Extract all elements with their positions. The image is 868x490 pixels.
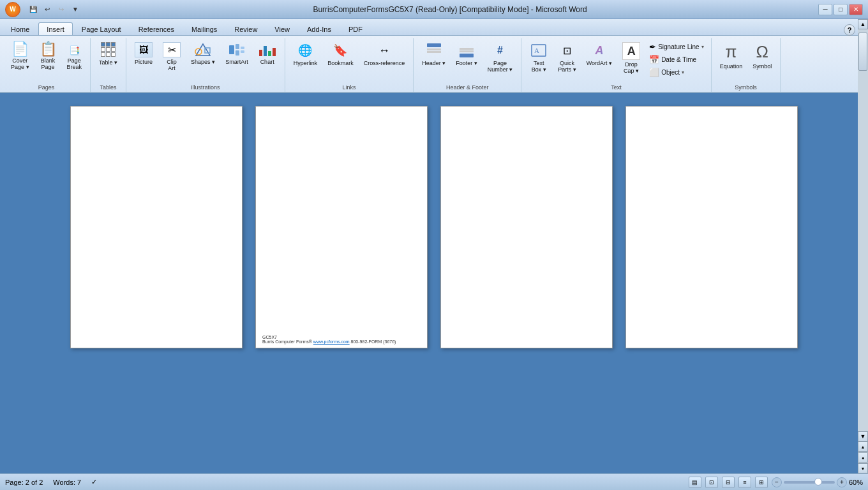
textbox-button[interactable]: A TextBox ▾ xyxy=(525,40,552,75)
save-qat-button[interactable]: 💾 xyxy=(27,4,40,15)
zoom-out-button[interactable]: − xyxy=(772,477,782,487)
object-icon: ⬜ xyxy=(649,68,659,77)
wordart-button[interactable]: A WordArt ▾ xyxy=(582,40,617,69)
help-button[interactable]: ? xyxy=(844,24,855,36)
tab-addins[interactable]: Add-Ins xyxy=(299,22,340,35)
page-break-icon: 📑 xyxy=(69,42,80,56)
clip-art-icon: ✂ xyxy=(163,42,181,57)
view-print-layout[interactable]: ▤ xyxy=(689,477,701,488)
cross-reference-button[interactable]: ↔ Cross-reference xyxy=(359,40,410,69)
zoom-percentage[interactable]: 60% xyxy=(849,479,863,486)
picture-button[interactable]: 🖼 Picture xyxy=(130,40,157,68)
hyperlink-icon: 🌐 xyxy=(296,42,315,59)
chart-label: Chart xyxy=(260,59,274,65)
proofing-icon[interactable]: ✓ xyxy=(91,478,97,486)
tab-view[interactable]: View xyxy=(266,22,298,35)
tab-pagelayout[interactable]: Page Layout xyxy=(73,22,130,35)
restore-button[interactable]: □ xyxy=(834,4,848,15)
ribbon-group-headerfooter: Header ▾ Footer ▾ # PageNumber ▾ Header … xyxy=(414,38,521,92)
date-time-icon: 📅 xyxy=(649,55,659,64)
footer-link[interactable]: www.pcforms.com xyxy=(313,339,350,344)
minimize-button[interactable]: ─ xyxy=(818,4,832,15)
drop-cap-button[interactable]: A DropCap ▾ xyxy=(618,40,645,77)
scroll-next-button[interactable]: ▼ xyxy=(858,463,868,473)
pages-buttons: 📄 CoverPage ▾ 📋 BlankPage 📑 PageBreak xyxy=(6,40,86,83)
table-icon xyxy=(101,42,116,57)
tab-review[interactable]: Review xyxy=(226,22,266,35)
page-break-button[interactable]: 📑 PageBreak xyxy=(63,40,87,73)
tab-insert[interactable]: Insert xyxy=(38,22,73,35)
undo-qat-button[interactable]: ↩ xyxy=(41,4,54,15)
svg-marker-0 xyxy=(196,44,210,56)
hyperlink-button[interactable]: 🌐 Hyperlink xyxy=(289,40,322,69)
scroll-controls: ▲ ● ▼ xyxy=(858,442,868,473)
page-number-button[interactable]: # PageNumber ▾ xyxy=(483,40,518,75)
scroll-track[interactable] xyxy=(858,29,868,431)
document-area: GC5X7 Burris Computer Forms® www.pcforms… xyxy=(0,93,868,473)
ribbon-group-pages: 📄 CoverPage ▾ 📋 BlankPage 📑 PageBreak Pa… xyxy=(3,38,91,92)
redo-qat-button[interactable]: ↪ xyxy=(55,4,68,15)
cover-page-button[interactable]: 📄 CoverPage ▾ xyxy=(6,40,34,73)
object-button[interactable]: ⬜ Object ▾ xyxy=(646,66,707,78)
view-web-layout[interactable]: ⊟ xyxy=(722,477,735,488)
status-bar: Page: 2 of 2 Words: 7 ✓ ▤ ⊡ ⊟ ≡ ⊞ − + 60… xyxy=(0,473,868,490)
table-button[interactable]: Table ▾ xyxy=(94,40,122,68)
wordart-icon: A xyxy=(590,42,608,59)
zoom-in-button[interactable]: + xyxy=(837,477,847,487)
footer-button[interactable]: Footer ▾ xyxy=(451,40,482,69)
ribbon-group-tables: Table ▾ Tables xyxy=(91,38,126,92)
footer-code: GC5X7 xyxy=(262,335,396,339)
scroll-down-button[interactable]: ▼ xyxy=(858,431,868,442)
symbol-button[interactable]: Ω Symbol xyxy=(748,40,776,72)
drop-cap-icon: A xyxy=(622,42,640,60)
tables-group-label: Tables xyxy=(100,83,117,92)
tables-buttons: Table ▾ xyxy=(94,40,122,83)
signature-line-button[interactable]: ✒ Signature Line ▾ xyxy=(646,41,707,53)
headerfooter-buttons: Header ▾ Footer ▾ # PageNumber ▾ xyxy=(417,40,517,83)
scrollbar: ▲ ▼ ▲ ● ▼ xyxy=(858,19,868,473)
page-3 xyxy=(440,106,613,348)
symbols-buttons: π Equation Ω Symbol xyxy=(715,40,777,83)
blank-page-button[interactable]: 📋 BlankPage xyxy=(35,40,61,73)
chart-button[interactable]: Chart xyxy=(254,40,281,68)
page-1 xyxy=(70,106,243,348)
equation-button[interactable]: π Equation xyxy=(715,40,747,72)
tab-mailings[interactable]: Mailings xyxy=(183,22,225,35)
zoom-controls: − + 60% xyxy=(772,477,863,487)
tab-pdf[interactable]: PDF xyxy=(340,22,371,35)
page-break-label: PageBreak xyxy=(67,57,82,70)
date-time-button[interactable]: 📅 Date & Time xyxy=(646,54,707,66)
header-button[interactable]: Header ▾ xyxy=(417,40,450,69)
symbols-group-label: Symbols xyxy=(735,83,757,92)
equation-icon: π xyxy=(725,42,737,62)
view-fullscreen[interactable]: ⊡ xyxy=(705,477,718,488)
quick-parts-button[interactable]: ⊡ QuickParts ▾ xyxy=(553,40,581,75)
view-draft[interactable]: ⊞ xyxy=(755,477,768,488)
close-button[interactable]: ✕ xyxy=(849,4,863,15)
illustrations-group-label: Illustrations xyxy=(191,83,220,92)
smartart-button[interactable]: SmartArt xyxy=(221,40,253,68)
cover-page-icon: 📄 xyxy=(11,42,29,56)
bookmark-icon: 🔖 xyxy=(331,42,350,59)
bookmark-button[interactable]: 🔖 Bookmark xyxy=(323,40,358,69)
qat-more-button[interactable]: ▼ xyxy=(69,4,82,15)
svg-text:A: A xyxy=(534,47,539,54)
svg-rect-4 xyxy=(236,44,239,49)
shapes-button[interactable]: Shapes ▾ xyxy=(186,40,220,68)
scroll-thumb[interactable] xyxy=(858,33,867,71)
blank-page-icon: 📋 xyxy=(40,42,57,56)
view-outline[interactable]: ≡ xyxy=(738,477,751,488)
words-count: Words: 7 xyxy=(53,479,81,486)
office-logo[interactable]: W xyxy=(5,2,20,17)
tab-references[interactable]: References xyxy=(130,22,183,35)
zoom-slider-handle[interactable] xyxy=(814,478,822,486)
scroll-prev-button[interactable]: ▲ xyxy=(858,442,868,452)
svg-rect-5 xyxy=(236,50,239,56)
links-group-label: Links xyxy=(342,83,355,92)
tab-home[interactable]: Home xyxy=(3,22,38,35)
signature-datetime-object-group: ✒ Signature Line ▾ 📅 Date & Time ⬜ Objec… xyxy=(646,41,707,78)
zoom-slider-track[interactable] xyxy=(784,481,835,484)
scroll-up-button[interactable]: ▲ xyxy=(858,19,868,29)
scroll-select-button[interactable]: ● xyxy=(858,452,868,463)
clip-art-button[interactable]: ✂ ClipArt xyxy=(158,40,185,74)
